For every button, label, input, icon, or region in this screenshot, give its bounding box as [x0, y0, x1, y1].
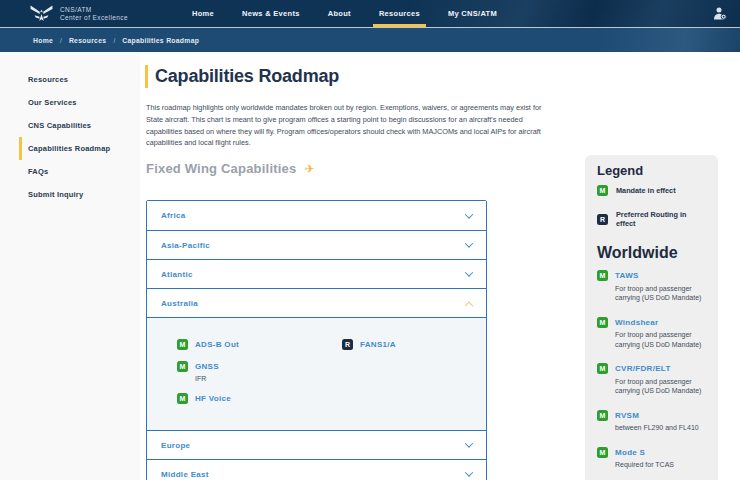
sidebar-item[interactable]: Our Services — [19, 91, 140, 114]
brand-line2: Center of Excellence — [60, 14, 128, 22]
capability-item: M ADS-B Out — [177, 339, 342, 350]
mandate-badge: M — [597, 185, 608, 196]
user-account-icon — [713, 7, 727, 20]
capability-link[interactable]: Windshear — [615, 318, 659, 327]
chevron-up-icon — [465, 302, 473, 310]
capability-link[interactable]: CVR/FDR/ELT — [615, 364, 671, 373]
worldwide-item: M TAWS For troop and passenger carrying … — [597, 270, 706, 303]
mandate-badge: R — [597, 214, 608, 225]
accordion-label: Australia — [161, 299, 198, 308]
page-title: Capabilities Roadmap — [155, 66, 339, 87]
worldwide-list: M TAWS For troop and passenger carrying … — [597, 270, 706, 480]
sidebar-nav: Resources Our Services CNS Capabilities … — [0, 52, 140, 480]
worldwide-item: M RVSM between FL290 and FL410 — [597, 410, 706, 433]
australia-capabilities-panel: M ADS-B Out M GNSS — [147, 317, 486, 430]
mandate-badge: R — [342, 339, 353, 350]
legend-panel: Legend M Mandate in effect R Preferred R… — [585, 155, 718, 480]
chevron-down-icon — [465, 210, 473, 218]
breadcrumb-item: / Resources — [53, 37, 106, 44]
nav-item[interactable]: Home — [178, 0, 228, 27]
capability-note: Required for TCAS — [615, 460, 715, 470]
accordion-row-asia-pacific[interactable]: Asia-Pacific — [147, 230, 486, 259]
chevron-down-icon — [465, 468, 473, 476]
accordion-row-africa[interactable]: Africa — [147, 201, 486, 230]
worldwide-item: M Windshear For troop and passenger carr… — [597, 317, 706, 350]
intro-text: This roadmap highlights only worldwide m… — [146, 102, 544, 149]
capability-link[interactable]: GNSS — [195, 362, 219, 371]
worldwide-item: M Mode S Required for TCAS — [597, 447, 706, 470]
mandate-badge: M — [177, 339, 188, 350]
capability-item: M GNSS IFR — [177, 361, 342, 382]
breadcrumb-link[interactable]: Resources — [69, 37, 106, 44]
brand[interactable]: CNS/ATM Center of Excellence — [30, 4, 128, 23]
capability-link[interactable]: TAWS — [615, 271, 639, 280]
accordion-row-atlantic[interactable]: Atlantic — [147, 259, 486, 288]
breadcrumb-separator: / — [60, 37, 62, 44]
breadcrumb-link[interactable]: Capabilities Roadmap — [122, 37, 199, 44]
breadcrumb-item: / Capabilities Roadmap — [106, 37, 199, 44]
mandate-badge: M — [177, 361, 188, 372]
content-area: Resources Our Services CNS Capabilities … — [0, 52, 740, 480]
legend-item: M Mandate in effect — [597, 185, 706, 196]
nav-item[interactable]: Resources — [365, 0, 434, 27]
worldwide-title: Worldwide — [597, 244, 706, 262]
capability-link[interactable]: HF Voice — [195, 394, 231, 403]
brand-text: CNS/ATM Center of Excellence — [60, 6, 128, 22]
capability-note: For troop and passenger carrying (US DoD… — [615, 284, 715, 303]
legend-item-label: Preferred Routing in effect — [616, 210, 706, 228]
nav-item[interactable]: About — [314, 0, 365, 27]
accordion-label: Middle East — [161, 470, 209, 479]
capability-note: between FL290 and FL410 — [615, 423, 715, 433]
region-accordion: Africa Asia-Pacific Atlantic Australia — [146, 200, 487, 480]
chevron-down-icon — [465, 239, 473, 247]
main-content: Capabilities Roadmap This roadmap highli… — [140, 52, 585, 480]
title-row: Capabilities Roadmap — [145, 65, 339, 88]
capability-link[interactable]: FANS1/A — [360, 340, 396, 349]
sidebar-item[interactable]: FAQs — [19, 160, 140, 183]
brand-line1: CNS/ATM — [60, 6, 128, 14]
capabilities-column-2: R FANS1/A — [342, 339, 396, 422]
account-button[interactable] — [713, 7, 727, 20]
nav-item[interactable]: News & Events — [228, 0, 314, 27]
breadcrumb-link[interactable]: Home — [33, 37, 53, 44]
mandate-badge: M — [597, 363, 608, 374]
airplane-icon: ✈ — [304, 162, 314, 176]
title-accent-bar — [145, 65, 148, 88]
accordion-label: Atlantic — [161, 270, 193, 279]
legend-item-label: Mandate in effect — [616, 186, 676, 195]
worldwide-item: M CVR/FDR/ELT For troop and passenger ca… — [597, 363, 706, 396]
capability-link[interactable]: Mode S — [615, 448, 645, 457]
accordion-row-australia[interactable]: Australia — [147, 288, 486, 317]
capability-link[interactable]: RVSM — [615, 411, 639, 420]
breadcrumb: Home / Resources / Capabilities Roadmap — [0, 27, 740, 52]
sidebar-item[interactable]: Resources — [19, 68, 140, 91]
mandate-badge: M — [597, 317, 608, 328]
sidebar-item[interactable]: Submit Inquiry — [19, 183, 140, 206]
mandate-badge: M — [177, 393, 188, 404]
main-nav: Home News & Events About Resources My CN… — [178, 0, 511, 27]
legend-item: R Preferred Routing in effect — [597, 210, 706, 228]
accordion-label: Europe — [161, 441, 190, 450]
breadcrumb-separator: / — [113, 37, 115, 44]
breadcrumb-item: Home — [33, 37, 53, 44]
chevron-down-icon — [465, 439, 473, 447]
accordion-row-middle-east[interactable]: Middle East — [147, 459, 486, 480]
capability-note: IFR — [195, 375, 342, 382]
air-force-wings-logo — [30, 4, 53, 23]
capability-note: For troop and passenger carrying (US DoD… — [615, 377, 715, 396]
accordion-row-europe[interactable]: Europe — [147, 430, 486, 459]
nav-item[interactable]: My CNS/ATM — [434, 0, 511, 27]
capabilities-column-1: M ADS-B Out M GNSS — [177, 339, 342, 422]
sidebar-item[interactable]: CNS Capabilities — [19, 114, 140, 137]
mandate-badge: M — [597, 447, 608, 458]
capability-item: R FANS1/A — [342, 339, 396, 350]
page: CNS/ATM Center of Excellence Home News &… — [0, 0, 740, 480]
legend-title: Legend — [597, 163, 706, 178]
legend-list: M Mandate in effect R Preferred Routing … — [597, 185, 706, 228]
capability-item: M HF Voice — [177, 393, 342, 404]
mandate-badge: M — [597, 270, 608, 281]
chevron-down-icon — [465, 268, 473, 276]
capability-link[interactable]: ADS-B Out — [195, 340, 239, 349]
section-heading-label: Fixed Wing Capabilities — [146, 161, 296, 176]
sidebar-item[interactable]: Capabilities Roadmap — [19, 137, 140, 160]
